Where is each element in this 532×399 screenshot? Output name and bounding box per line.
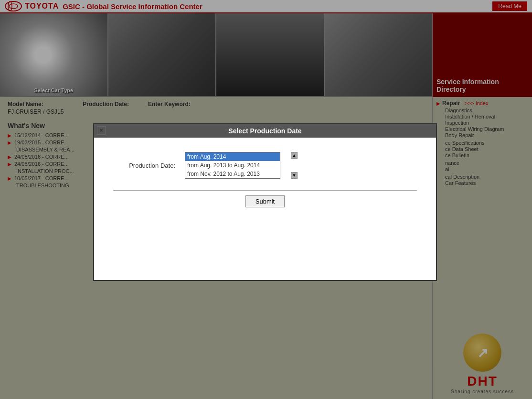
modal-production-date-label: Production Date:	[113, 162, 175, 169]
listbox-scrollbar[interactable]: ▲ ▼	[291, 152, 298, 179]
modal-dialog: × Select Production Date Production Date…	[93, 123, 437, 281]
modal-body: Production Date: from Aug. 2014 from Aug…	[94, 138, 436, 222]
scroll-down-button[interactable]: ▼	[291, 172, 298, 179]
modal-form-row: Production Date: from Aug. 2014 from Aug…	[113, 152, 417, 179]
modal-divider	[113, 190, 417, 191]
modal-submit-row: Submit	[113, 195, 417, 207]
listbox-item-nov2012[interactable]: from Nov. 2012 to Aug. 2013	[185, 170, 280, 178]
listbox-item-aug2013[interactable]: from Aug. 2013 to Aug. 2014	[185, 161, 280, 170]
production-date-listbox[interactable]: from Aug. 2014 from Aug. 2013 to Aug. 20…	[185, 152, 280, 179]
modal-close-button[interactable]: ×	[97, 126, 106, 135]
modal-title-bar: Select Production Date	[94, 124, 436, 138]
listbox-item-aug2014[interactable]: from Aug. 2014	[185, 152, 280, 161]
listbox-wrapper: from Aug. 2014 from Aug. 2013 to Aug. 20…	[185, 152, 280, 179]
modal-overlay: × Select Production Date Production Date…	[0, 0, 532, 399]
submit-button[interactable]: Submit	[245, 195, 285, 207]
scroll-up-button[interactable]: ▲	[291, 152, 298, 159]
